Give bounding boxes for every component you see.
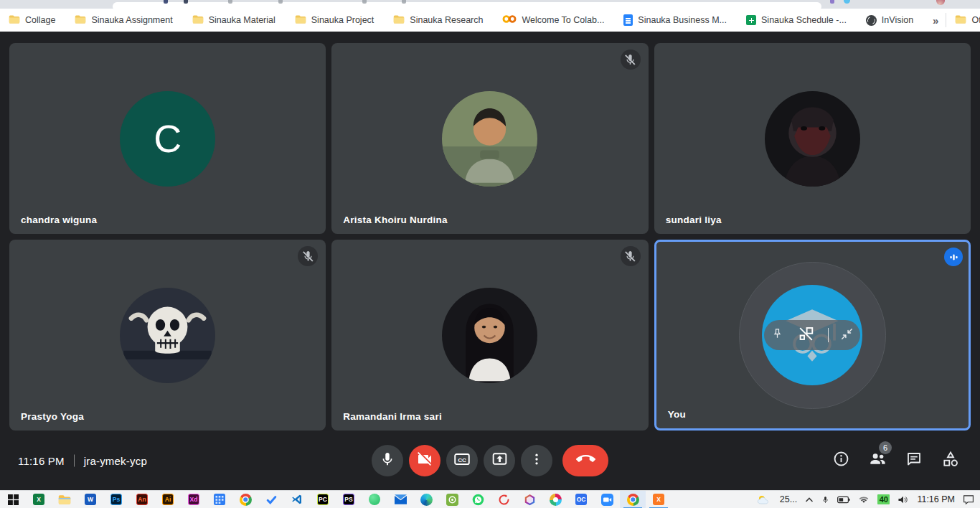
meeting-details-button[interactable] xyxy=(831,451,850,470)
participant-tile[interactable]: You xyxy=(654,240,971,431)
bookmark-item[interactable]: Sinauka Material xyxy=(192,14,275,27)
taskbar-recorder[interactable] xyxy=(491,491,517,508)
taskbar-calendar[interactable] xyxy=(207,491,232,508)
taskbar-animate[interactable]: An xyxy=(129,491,155,508)
captions-button[interactable]: CC xyxy=(446,445,478,476)
leave-call-button[interactable] xyxy=(562,445,608,476)
bookmark-label: Collage xyxy=(25,15,55,25)
bookmark-item[interactable]: Sinauka Project xyxy=(295,14,374,27)
photo-avatar xyxy=(765,91,860,187)
microphone-button[interactable] xyxy=(372,445,403,476)
bookmark-item[interactable]: Sinauka Business M... xyxy=(623,14,727,26)
bookmark-item[interactable]: Welcome To Colab... xyxy=(502,14,604,26)
excel-icon: X xyxy=(33,494,44,505)
tile-hover-actions xyxy=(764,320,860,350)
sheets-icon xyxy=(746,15,756,25)
taskbar-todo-check[interactable] xyxy=(258,491,284,508)
audio-level-icon xyxy=(944,248,963,266)
taskbar-pycharm[interactable]: PC xyxy=(310,491,336,508)
favicon-fragment xyxy=(362,0,367,4)
bookmarks-overflow-chevron[interactable]: » xyxy=(933,14,938,27)
taskbar-phpstorm[interactable]: PS xyxy=(336,491,362,508)
tray-weather-icon[interactable] xyxy=(756,494,772,505)
bookmark-item[interactable]: Sinauka Schedule -... xyxy=(746,15,847,25)
tray-chevron-up-icon[interactable] xyxy=(805,497,814,503)
camera-off-button[interactable] xyxy=(409,445,440,476)
address-bar[interactable] xyxy=(113,2,821,9)
participant-tile[interactable]: Ramandani Irma sari xyxy=(331,240,648,431)
bookmark-item[interactable]: InVision xyxy=(866,15,913,26)
bookmark-label: Sinauka Assignment xyxy=(91,15,172,25)
taskbar-xampp[interactable]: X xyxy=(646,491,672,508)
activities-button[interactable] xyxy=(941,451,960,470)
taskbar-whatsapp[interactable] xyxy=(465,491,491,508)
hexagon-app-icon xyxy=(524,494,536,506)
bookmarks-list: CollageSinauka AssignmentSinauka Materia… xyxy=(9,14,933,27)
divider xyxy=(828,328,829,342)
participant-tile[interactable]: Cchandra wiguna xyxy=(9,43,326,234)
more-options-button[interactable] xyxy=(521,445,552,476)
bookmark-label: Sinauka Project xyxy=(311,15,374,25)
taskbar-start[interactable] xyxy=(0,491,26,508)
tray-battery-percent[interactable]: 40 xyxy=(877,494,890,504)
captions-icon: CC xyxy=(453,450,471,471)
tray-tray-mic-icon[interactable] xyxy=(821,494,829,505)
taskbar-edge[interactable] xyxy=(413,491,439,508)
participant-tile[interactable]: Prastyo Yoga xyxy=(9,240,326,431)
activities-icon xyxy=(941,450,960,471)
taskbar-vscode[interactable] xyxy=(284,491,310,508)
chat-button[interactable] xyxy=(905,451,923,470)
tray-clock[interactable]: 11:16 PM xyxy=(917,494,955,504)
tray-speaker-icon[interactable] xyxy=(897,495,909,504)
taskbar-chrome[interactable] xyxy=(232,491,258,508)
globe-icon xyxy=(866,15,877,26)
taskbar-android-studio[interactable] xyxy=(362,491,387,508)
taskbar-chrome-active[interactable] xyxy=(620,491,646,508)
xampp-icon: X xyxy=(653,494,664,505)
tray-wifi-icon[interactable] xyxy=(858,495,870,504)
photoshop-icon: Ps xyxy=(110,494,122,505)
minimize-icon[interactable] xyxy=(840,327,854,344)
taskbar-excel[interactable]: X xyxy=(26,491,52,508)
pin-icon[interactable] xyxy=(771,327,784,344)
video-call-app-icon xyxy=(601,494,613,506)
recorder-icon xyxy=(498,494,510,506)
remove-tile-icon[interactable] xyxy=(796,324,816,347)
folder-icon xyxy=(393,14,405,27)
favicon-fragment xyxy=(164,0,168,4)
taskbar-oc-app[interactable]: OC xyxy=(568,491,594,508)
participant-tile[interactable]: sundari liya xyxy=(654,43,971,234)
tray-battery-icon[interactable] xyxy=(837,496,850,504)
other-bookmarks-button[interactable]: Other bookmarks xyxy=(955,14,980,27)
taskbar-screen-camera[interactable] xyxy=(439,491,465,508)
taskbar-color-wheel-app[interactable] xyxy=(542,491,568,508)
taskbar-hexagon-app[interactable] xyxy=(517,491,542,508)
present-button[interactable] xyxy=(484,445,515,476)
folder-icon xyxy=(295,14,306,27)
taskbar-apps: X W Ps An Ai Xd PC PS OC X xyxy=(0,491,672,508)
taskbar-photoshop[interactable]: Ps xyxy=(103,491,129,508)
folder-icon xyxy=(192,14,204,27)
extension-icon-fragment xyxy=(830,0,834,4)
bookmark-item[interactable]: Sinauka Assignment xyxy=(75,14,172,27)
taskbar-video-call-app[interactable] xyxy=(594,491,620,508)
participants-button[interactable]: 6 xyxy=(868,451,887,470)
vscode-icon xyxy=(291,494,303,505)
bookmark-item[interactable]: Sinauka Research xyxy=(393,14,483,27)
taskbar-mail[interactable] xyxy=(387,491,413,508)
taskbar-word[interactable]: W xyxy=(77,491,103,508)
taskbar-illustrator[interactable]: Ai xyxy=(155,491,181,508)
taskbar-adobe-xd[interactable]: Xd xyxy=(181,491,207,508)
mic-muted-icon xyxy=(298,246,318,266)
participant-tile[interactable]: Arista Khoiru Nurdina xyxy=(331,43,648,234)
bookmark-item[interactable]: Collage xyxy=(9,14,55,27)
call-controls: CC xyxy=(372,445,608,476)
taskbar-file-explorer[interactable] xyxy=(52,491,77,508)
tray-action-center-icon[interactable] xyxy=(963,494,974,505)
mic-muted-icon xyxy=(621,246,641,266)
favicon-fragment xyxy=(184,0,188,4)
browser-toolbar-strip xyxy=(0,0,980,9)
letter-avatar: C xyxy=(120,91,215,187)
svg-text:CC: CC xyxy=(458,456,466,463)
chrome-active-icon xyxy=(627,494,639,506)
